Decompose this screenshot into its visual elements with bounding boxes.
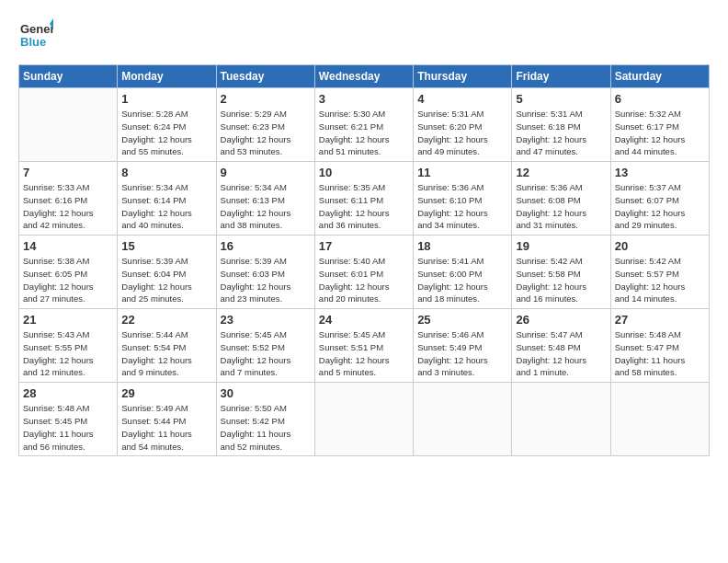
day-info: Sunrise: 5:31 AMSunset: 6:20 PMDaylight:… (417, 108, 507, 158)
calendar-cell: 21Sunrise: 5:43 AMSunset: 5:55 PMDayligh… (19, 309, 118, 383)
calendar-cell: 24Sunrise: 5:45 AMSunset: 5:51 PMDayligh… (314, 309, 413, 383)
day-number: 21 (23, 313, 113, 327)
day-info: Sunrise: 5:47 AMSunset: 5:48 PMDaylight:… (516, 328, 606, 379)
day-info: Sunrise: 5:42 AMSunset: 5:57 PMDaylight:… (615, 255, 705, 305)
header: General Blue (18, 17, 710, 55)
weekday-header: Tuesday (216, 65, 314, 88)
day-info: Sunrise: 5:40 AMSunset: 6:01 PMDaylight:… (319, 255, 409, 305)
day-info: Sunrise: 5:41 AMSunset: 6:00 PMDaylight:… (417, 255, 507, 305)
weekday-header: Friday (512, 65, 610, 88)
day-number: 22 (121, 313, 211, 327)
weekday-header: Monday (118, 65, 216, 88)
calendar-cell (512, 383, 610, 456)
day-number: 9 (221, 166, 311, 179)
calendar-cell (414, 383, 512, 456)
day-number: 3 (319, 92, 409, 106)
day-info: Sunrise: 5:39 AMSunset: 6:04 PMDaylight:… (121, 255, 211, 305)
calendar-cell: 26Sunrise: 5:47 AMSunset: 5:48 PMDayligh… (512, 309, 610, 383)
calendar-cell: 11Sunrise: 5:36 AMSunset: 6:10 PMDayligh… (414, 162, 512, 236)
day-number: 6 (615, 92, 705, 106)
day-info: Sunrise: 5:37 AMSunset: 6:07 PMDaylight:… (615, 181, 705, 232)
weekday-header: Sunday (19, 65, 118, 88)
calendar-cell: 13Sunrise: 5:37 AMSunset: 6:07 PMDayligh… (610, 162, 709, 236)
day-info: Sunrise: 5:48 AMSunset: 5:45 PMDaylight:… (23, 402, 113, 453)
day-info: Sunrise: 5:49 AMSunset: 5:44 PMDaylight:… (121, 402, 211, 453)
day-info: Sunrise: 5:45 AMSunset: 5:51 PMDaylight:… (319, 328, 409, 379)
day-number: 5 (516, 92, 606, 106)
logo: General Blue (18, 17, 53, 55)
day-number: 11 (417, 166, 507, 179)
calendar-cell: 12Sunrise: 5:36 AMSunset: 6:08 PMDayligh… (512, 162, 610, 236)
calendar-cell: 4Sunrise: 5:31 AMSunset: 6:20 PMDaylight… (414, 88, 512, 162)
day-info: Sunrise: 5:43 AMSunset: 5:55 PMDaylight:… (23, 328, 113, 379)
calendar-cell: 27Sunrise: 5:48 AMSunset: 5:47 PMDayligh… (610, 309, 709, 383)
day-number: 14 (23, 239, 113, 253)
day-number: 10 (319, 166, 409, 179)
calendar-week-row: 28Sunrise: 5:48 AMSunset: 5:45 PMDayligh… (19, 383, 710, 456)
calendar-page: General Blue SundayMondayTuesdayWednesda… (0, 0, 728, 563)
day-info: Sunrise: 5:48 AMSunset: 5:47 PMDaylight:… (615, 328, 705, 379)
calendar-cell: 28Sunrise: 5:48 AMSunset: 5:45 PMDayligh… (19, 383, 118, 456)
calendar-cell: 6Sunrise: 5:32 AMSunset: 6:17 PMDaylight… (610, 88, 709, 162)
day-info: Sunrise: 5:36 AMSunset: 6:08 PMDaylight:… (516, 181, 606, 232)
day-number: 2 (221, 92, 311, 106)
day-info: Sunrise: 5:28 AMSunset: 6:24 PMDaylight:… (121, 108, 211, 158)
day-number: 8 (121, 166, 211, 179)
day-info: Sunrise: 5:30 AMSunset: 6:21 PMDaylight:… (319, 108, 409, 158)
day-info: Sunrise: 5:42 AMSunset: 5:58 PMDaylight:… (516, 255, 606, 305)
calendar-week-row: 14Sunrise: 5:38 AMSunset: 6:05 PMDayligh… (19, 236, 710, 309)
calendar-cell (19, 88, 118, 162)
day-info: Sunrise: 5:31 AMSunset: 6:18 PMDaylight:… (516, 108, 606, 158)
day-number: 26 (516, 313, 606, 327)
svg-text:General: General (20, 22, 53, 36)
day-number: 15 (121, 239, 211, 253)
calendar-cell: 8Sunrise: 5:34 AMSunset: 6:14 PMDaylight… (118, 162, 216, 236)
day-number: 7 (23, 166, 113, 179)
day-number: 17 (319, 239, 409, 253)
day-info: Sunrise: 5:33 AMSunset: 6:16 PMDaylight:… (23, 181, 113, 232)
calendar-cell: 16Sunrise: 5:39 AMSunset: 6:03 PMDayligh… (216, 236, 314, 309)
day-info: Sunrise: 5:32 AMSunset: 6:17 PMDaylight:… (615, 108, 705, 158)
calendar-week-row: 21Sunrise: 5:43 AMSunset: 5:55 PMDayligh… (19, 309, 710, 383)
calendar-cell: 9Sunrise: 5:34 AMSunset: 6:13 PMDaylight… (216, 162, 314, 236)
day-info: Sunrise: 5:29 AMSunset: 6:23 PMDaylight:… (221, 108, 311, 158)
calendar-cell: 23Sunrise: 5:45 AMSunset: 5:52 PMDayligh… (216, 309, 314, 383)
day-number: 24 (319, 313, 409, 327)
day-info: Sunrise: 5:50 AMSunset: 5:42 PMDaylight:… (221, 402, 311, 453)
day-info: Sunrise: 5:35 AMSunset: 6:11 PMDaylight:… (319, 181, 409, 232)
day-number: 18 (417, 239, 507, 253)
calendar-cell: 25Sunrise: 5:46 AMSunset: 5:49 PMDayligh… (414, 309, 512, 383)
day-number: 4 (417, 92, 507, 106)
calendar-cell: 22Sunrise: 5:44 AMSunset: 5:54 PMDayligh… (118, 309, 216, 383)
day-number: 16 (221, 239, 311, 253)
calendar-cell: 19Sunrise: 5:42 AMSunset: 5:58 PMDayligh… (512, 236, 610, 309)
day-number: 28 (23, 386, 113, 400)
calendar-cell (314, 383, 413, 456)
day-number: 13 (615, 166, 705, 179)
calendar-cell: 14Sunrise: 5:38 AMSunset: 6:05 PMDayligh… (19, 236, 118, 309)
calendar-cell: 18Sunrise: 5:41 AMSunset: 6:00 PMDayligh… (414, 236, 512, 309)
day-number: 20 (615, 239, 705, 253)
day-info: Sunrise: 5:45 AMSunset: 5:52 PMDaylight:… (221, 328, 311, 379)
day-info: Sunrise: 5:44 AMSunset: 5:54 PMDaylight:… (121, 328, 211, 379)
day-info: Sunrise: 5:38 AMSunset: 6:05 PMDaylight:… (23, 255, 113, 305)
day-info: Sunrise: 5:34 AMSunset: 6:13 PMDaylight:… (221, 181, 311, 232)
calendar-cell: 1Sunrise: 5:28 AMSunset: 6:24 PMDaylight… (118, 88, 216, 162)
calendar-table: SundayMondayTuesdayWednesdayThursdayFrid… (18, 64, 710, 456)
calendar-cell: 5Sunrise: 5:31 AMSunset: 6:18 PMDaylight… (512, 88, 610, 162)
weekday-header: Thursday (414, 65, 512, 88)
day-info: Sunrise: 5:39 AMSunset: 6:03 PMDaylight:… (221, 255, 311, 305)
calendar-cell: 29Sunrise: 5:49 AMSunset: 5:44 PMDayligh… (118, 383, 216, 456)
calendar-cell: 3Sunrise: 5:30 AMSunset: 6:21 PMDaylight… (314, 88, 413, 162)
day-number: 19 (516, 239, 606, 253)
calendar-cell: 17Sunrise: 5:40 AMSunset: 6:01 PMDayligh… (314, 236, 413, 309)
day-info: Sunrise: 5:36 AMSunset: 6:10 PMDaylight:… (417, 181, 507, 232)
day-number: 25 (417, 313, 507, 327)
day-number: 29 (121, 386, 211, 400)
calendar-cell: 2Sunrise: 5:29 AMSunset: 6:23 PMDaylight… (216, 88, 314, 162)
day-number: 30 (221, 386, 311, 400)
svg-text:Blue: Blue (20, 35, 46, 49)
day-number: 27 (615, 313, 705, 327)
calendar-cell (610, 383, 709, 456)
calendar-week-row: 7Sunrise: 5:33 AMSunset: 6:16 PMDaylight… (19, 162, 710, 236)
